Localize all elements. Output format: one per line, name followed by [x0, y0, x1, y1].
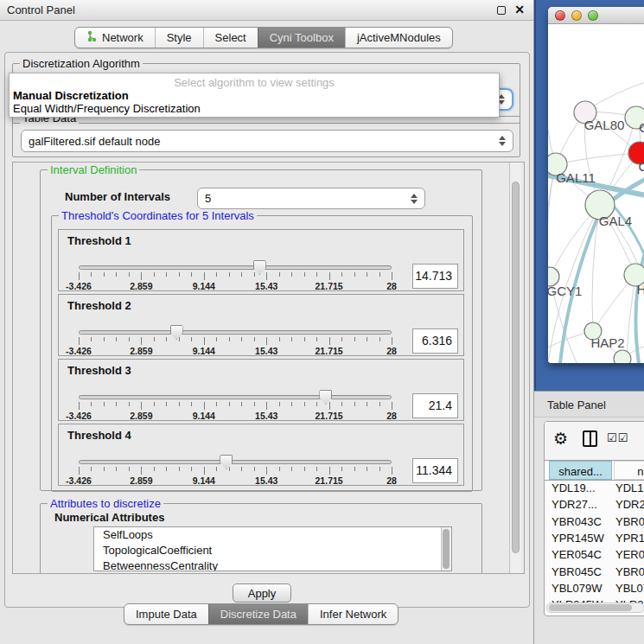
node-label: GA — [639, 120, 644, 135]
tick-label: 2.859 — [130, 411, 152, 421]
table-row[interactable]: YDR27...YDR27... — [545, 498, 644, 514]
network-view-window[interactable]: GAL80GACGAL11GAL4GCY1HHAP2 — [548, 7, 644, 363]
cell-name: YDR27... — [615, 498, 644, 511]
tab-style[interactable]: Style — [155, 28, 203, 48]
table-row[interactable]: YBR045CYBR045C — [545, 565, 644, 582]
table-row[interactable]: YPR145WYPR145W — [545, 532, 644, 548]
cell-name: YER054C — [615, 548, 644, 561]
cell-shared-name: YBR043C — [552, 515, 610, 528]
close-icon[interactable]: ✕ — [514, 3, 525, 16]
discretization-algorithm-group-title: Discretization Algorithm — [20, 57, 143, 70]
cell-name: YBR045C — [615, 565, 644, 578]
algorithm-option[interactable]: Manual Discretization — [13, 89, 129, 102]
tab-jactivemnodules[interactable]: jActiveMNodules — [345, 28, 452, 48]
tab-select[interactable]: Select — [203, 28, 258, 48]
numerical-attributes-list[interactable]: SelfLoopsTopologicalCoefficientBetweenne… — [93, 526, 452, 571]
table-data-combo-value: galFiltered.sif default node — [29, 135, 160, 148]
tick-label: -3.426 — [66, 281, 92, 291]
attribute-item[interactable]: TopologicalCoefficient — [94, 543, 451, 558]
network-canvas[interactable]: GAL80GACGAL11GAL4GCY1HHAP2 — [548, 24, 644, 363]
interval-definition-group: Interval Definition Number of Intervals … — [40, 169, 482, 491]
tick-label: 28 — [386, 411, 397, 421]
tick-label: 21.715 — [316, 346, 343, 356]
threshold-value-field[interactable]: 21.4 — [412, 393, 458, 418]
tick-label: 2.859 — [130, 475, 152, 486]
bottom-tabs: Impute DataDiscretize DataInfer Network — [124, 603, 399, 625]
table-row[interactable]: YDL19...YDL19... — [545, 481, 644, 498]
network-edge[interactable] — [626, 275, 635, 363]
algorithm-dropdown-popup: Select algorithm to view settings Manual… — [9, 73, 500, 118]
threshold-slider[interactable] — [79, 395, 392, 399]
table-row[interactable]: YER054CYER054C — [545, 548, 644, 564]
tab-discretize-data[interactable]: Discretize Data — [208, 604, 308, 624]
algorithm-option[interactable]: Equal Width/Frequency Discretization — [13, 102, 201, 115]
cyni-toolbox-panel: Discretization Algorithm Table Data galF… — [4, 52, 530, 608]
number-of-intervals-spinner[interactable]: 5 — [197, 188, 425, 209]
tick-label: 28 — [386, 281, 397, 291]
threshold-row: Threshold 4-3.4262.8599.14415.4321.71528… — [58, 424, 464, 486]
tick-label: 2.859 — [130, 281, 152, 291]
float-window-icon[interactable] — [497, 6, 506, 15]
threshold-slider[interactable] — [79, 265, 392, 270]
settings-vertical-scrollbar[interactable] — [509, 163, 521, 573]
network-node[interactable] — [614, 350, 631, 363]
tab-network[interactable]: Network — [75, 28, 155, 48]
cell-name: YBR043C — [615, 515, 644, 528]
node-label: H — [637, 282, 644, 296]
attributes-scrollbar[interactable] — [441, 527, 451, 571]
tick-label: 21.715 — [316, 411, 343, 421]
threshold-slider[interactable] — [79, 460, 392, 464]
threshold-value-field[interactable]: 6.316 — [412, 328, 458, 354]
gear-icon[interactable]: ⚙ — [553, 429, 568, 449]
tick-label: -3.426 — [66, 475, 92, 486]
node-label: GAL11 — [556, 170, 596, 185]
table-row[interactable]: YBL079WYBL079W — [545, 582, 644, 598]
network-icon — [86, 30, 98, 45]
table-row[interactable]: YBR043CYBR043C — [545, 515, 644, 532]
tick-label: 15.43 — [255, 411, 277, 421]
cell-shared-name: YDR27... — [552, 498, 610, 511]
column-header-shared[interactable]: shared... — [549, 461, 612, 480]
attribute-items: SelfLoopsTopologicalCoefficientBetweenne… — [94, 527, 451, 571]
network-window-titlebar[interactable] — [548, 7, 644, 24]
mac-close-button[interactable] — [555, 10, 565, 21]
tick-label: 9.144 — [193, 475, 215, 486]
threshold-row: Threshold 2-3.4262.8599.14415.4321.71528… — [58, 294, 464, 356]
tab-cyni-toolbox[interactable]: Cyni Toolbox — [258, 28, 345, 48]
tick-label: 9.144 — [193, 346, 215, 356]
network-edge[interactable] — [556, 153, 640, 164]
cell-name: YPR145W — [615, 532, 644, 545]
tick-label: 9.144 — [193, 281, 215, 291]
column-header-name[interactable]: na... — [614, 461, 644, 480]
tab-infer-network[interactable]: Infer Network — [308, 604, 398, 624]
control-panel-titlebar: Control Panel ✕ — [0, 0, 533, 21]
slider-ticks — [79, 467, 392, 475]
cell-shared-name: YBR045C — [552, 565, 610, 578]
mac-minimize-button[interactable] — [571, 10, 582, 21]
tab-impute-data[interactable]: Impute Data — [124, 604, 208, 624]
table-data-combo[interactable]: galFiltered.sif default node — [21, 130, 513, 152]
checkbox-icons[interactable]: ☑☑ — [607, 431, 628, 444]
slider-ticks — [79, 272, 392, 281]
attribute-item[interactable]: BetweennessCentrality — [94, 558, 451, 571]
attribute-item[interactable]: SelfLoops — [94, 527, 451, 543]
tick-label: 28 — [386, 475, 397, 486]
spinner-stepper-icon — [411, 194, 418, 204]
columns-icon[interactable] — [583, 430, 597, 447]
apply-button[interactable]: Apply — [233, 583, 291, 603]
mac-zoom-button[interactable] — [588, 10, 598, 21]
tab-label: Style — [167, 31, 192, 44]
tick-label: 21.715 — [316, 281, 343, 291]
threshold-slider[interactable] — [79, 330, 392, 335]
tab-label: jActiveMNodules — [357, 31, 441, 44]
threshold-row: Threshold 1-3.4262.8599.14415.4321.71528… — [58, 229, 464, 291]
numerical-attributes-label: Numerical Attributes — [54, 511, 164, 524]
table-header-row: shared... na... — [545, 460, 644, 481]
threshold-value-field[interactable]: 14.713 — [412, 264, 458, 289]
threshold-value-field[interactable]: 11.344 — [412, 458, 458, 483]
cell-shared-name: YBL079W — [552, 582, 610, 595]
tick-label: 28 — [386, 346, 397, 356]
attributes-group-title: Attributes to discretize — [48, 497, 163, 510]
tick-label: 9.144 — [193, 411, 215, 421]
table-horizontal-scrollbar[interactable] — [546, 603, 644, 613]
